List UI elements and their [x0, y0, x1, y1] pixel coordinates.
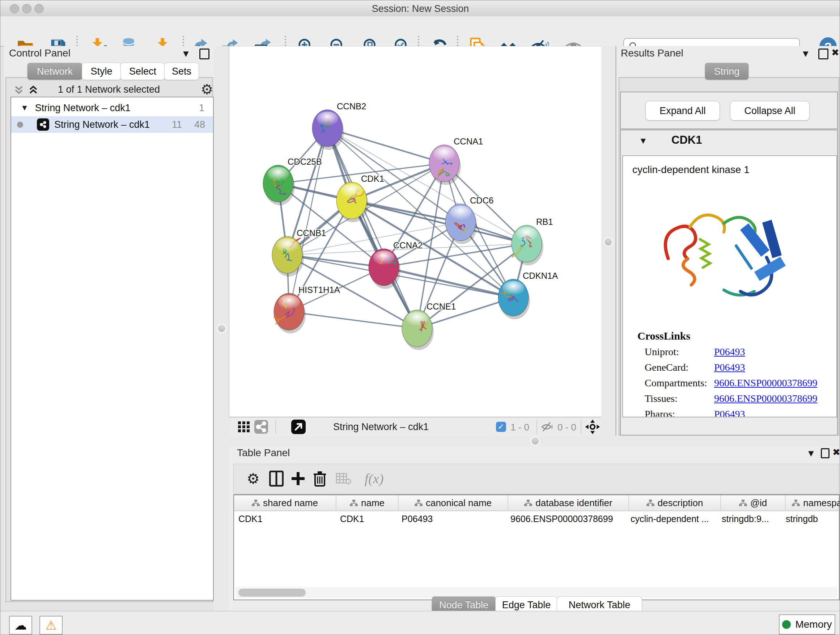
column-header-sharedname[interactable]: shared name: [234, 495, 336, 510]
crosslink-label: Uniprot:: [645, 346, 714, 358]
collapse-all-button[interactable]: Collapse All: [730, 101, 810, 120]
table-panel: Table Panel ▼ ✖ ⚙ f(x) shared namenameca…: [229, 447, 840, 611]
network-node-rb1[interactable]: RB1: [512, 217, 553, 265]
gene-expand-caret-icon[interactable]: ▼: [639, 136, 647, 146]
table-cell[interactable]: CDK1: [336, 511, 397, 526]
selected-checkbox-icon[interactable]: ✓: [496, 422, 506, 432]
bottom-splitter[interactable]: [229, 435, 840, 447]
column-header-name[interactable]: name: [336, 495, 399, 510]
add-column-icon[interactable]: [289, 469, 308, 488]
network-collection-row[interactable]: ▼ String Network – cdk1 1: [11, 100, 213, 116]
tab-style[interactable]: Style: [82, 63, 121, 80]
network-node-ccna1[interactable]: CCNA1: [429, 136, 483, 185]
network-row[interactable]: String Network – cdk1 11 48: [11, 116, 213, 133]
memory-button[interactable]: Memory: [779, 614, 835, 635]
close-panel-icon[interactable]: ✖: [831, 48, 839, 57]
network-edge[interactable]: [327, 128, 417, 328]
left-splitter[interactable]: [214, 46, 229, 611]
grid-view-icon[interactable]: [237, 420, 251, 435]
tab-network[interactable]: Network: [27, 63, 82, 80]
network-node-hist1h1a[interactable]: HIST1H1A: [273, 285, 340, 333]
close-panel-icon[interactable]: ✖: [832, 448, 840, 457]
table-cell[interactable]: CDK1: [234, 511, 336, 526]
table-gear-icon[interactable]: ⚙: [244, 469, 263, 488]
network-canvas[interactable]: CCNB2CCNA1CDC25BCDK1CDC6RB1CCNB1CCNA2CDK…: [229, 46, 601, 417]
crosslink-row: Pharos:P06493: [645, 409, 836, 417]
table-row[interactable]: CDK1CDK1P064939606.ENSP00000378699cyclin…: [234, 511, 839, 526]
network-node-label: CCNB2: [337, 101, 366, 111]
node-table: shared namenamecanonical namedatabase id…: [233, 494, 840, 600]
network-edge[interactable]: [327, 128, 444, 163]
network-status-dot: [17, 122, 23, 128]
scrollbar-thumb[interactable]: [238, 589, 306, 597]
crosslink-label: GeneCard:: [645, 362, 714, 373]
show-columns-icon[interactable]: [267, 469, 286, 488]
network-node-ccnb1[interactable]: CCNB1: [272, 228, 326, 277]
network-node-ccnb2[interactable]: CCNB2: [312, 101, 366, 150]
column-header-label: description: [658, 497, 703, 509]
crosslinks-title: CrossLinks: [638, 330, 836, 342]
crosslink-link[interactable]: 9606.ENSP00000378699: [714, 393, 817, 404]
network-node-label: CCNA2: [393, 241, 423, 250]
column-header-description[interactable]: description: [629, 495, 721, 510]
table-cell[interactable]: stringdb: [782, 511, 840, 526]
birds-eye-view-button[interactable]: [291, 420, 306, 435]
tab-string[interactable]: String: [705, 63, 749, 80]
column-header-label: shared name: [263, 497, 318, 509]
column-header-label: @id: [750, 497, 767, 509]
crosslink-link[interactable]: P06493: [714, 362, 745, 373]
network-name: String Network – cdk1: [54, 119, 150, 130]
network-selection-summary: 1 of 1 Network selected: [4, 84, 214, 95]
network-view-share-icon[interactable]: [254, 420, 268, 435]
network-edge[interactable]: [289, 312, 417, 328]
table-cell[interactable]: P06493: [397, 511, 506, 526]
collection-name: String Network – cdk1: [35, 103, 131, 114]
crosslink-row: GeneCard:P06493: [645, 362, 836, 373]
network-icon: [37, 119, 49, 131]
tab-sets[interactable]: Sets: [164, 63, 199, 80]
warnings-button[interactable]: ⚠: [39, 616, 63, 635]
collection-expand-caret-icon[interactable]: ▼: [21, 103, 28, 112]
crosslink-link[interactable]: P06493: [714, 346, 745, 358]
crosslink-link[interactable]: P06493: [714, 409, 745, 417]
float-panel-icon[interactable]: [199, 49, 210, 61]
network-node-cdc6[interactable]: CDC6: [445, 195, 493, 244]
network-node-label: CDKN1A: [523, 271, 558, 280]
network-node-ccne1[interactable]: CCNE1: [402, 302, 456, 350]
cloud-status-button[interactable]: ☁: [9, 616, 32, 635]
float-panel-icon[interactable]: [818, 49, 829, 61]
column-header-canonicalname[interactable]: canonical name: [399, 495, 508, 510]
column-header-id[interactable]: @id: [721, 495, 786, 510]
float-panel-icon[interactable]: [821, 448, 829, 460]
tab-select[interactable]: Select: [120, 63, 165, 80]
table-body: CDK1CDK1P064939606.ENSP00000378699cyclin…: [234, 511, 839, 526]
pan-crosshair-icon[interactable]: [585, 419, 600, 436]
right-splitter[interactable]: [601, 46, 615, 435]
panel-menu-caret-icon[interactable]: ▼: [806, 448, 816, 458]
crosslink-link[interactable]: 9606.ENSP00000378699: [714, 377, 817, 389]
table-cell[interactable]: cyclin-dependent ...: [626, 511, 717, 526]
network-edge[interactable]: [289, 128, 327, 312]
crosslink-row: Tissues:9606.ENSP00000378699: [645, 393, 836, 404]
window-title: Session: New Session: [0, 3, 840, 14]
expand-all-button[interactable]: Expand All: [645, 101, 720, 120]
hidden-node-edge-counts: 0 - 0: [557, 422, 576, 433]
delete-column-icon[interactable]: [310, 469, 329, 488]
network-node-cdkn1a[interactable]: CDKN1A: [498, 271, 558, 319]
gear-icon[interactable]: ⚙: [201, 81, 213, 97]
table-cell[interactable]: stringdb:9...: [717, 511, 782, 526]
column-header-namespace[interactable]: namespace: [786, 495, 840, 510]
network-view-title: String Network – cdk1: [333, 421, 429, 432]
panel-menu-caret-icon[interactable]: ▼: [801, 49, 810, 58]
protein-structure-image: [645, 181, 836, 327]
table-cell[interactable]: 9606.ENSP00000378699: [506, 511, 626, 526]
gene-description: cyclin-dependent kinase 1: [632, 164, 836, 176]
panel-menu-caret-icon[interactable]: ▼: [181, 49, 191, 58]
application-window: Session: New Session ? Control Panel: [0, 0, 840, 635]
column-header-label: database identifier: [535, 497, 612, 509]
column-header-label: canonical name: [426, 497, 492, 509]
control-panel-title: Control Panel: [9, 48, 71, 59]
network-edge[interactable]: [384, 267, 513, 298]
crosslinks-list: Uniprot:P06493GeneCard:P06493Compartment…: [623, 346, 836, 417]
column-header-databaseidentifier[interactable]: database identifier: [508, 495, 629, 510]
